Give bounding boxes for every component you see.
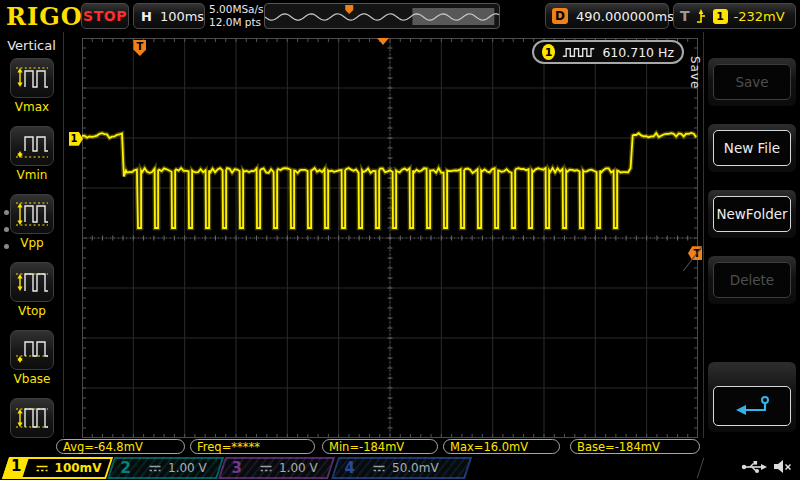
channel-bar-end-mark — [697, 458, 704, 478]
window-center-marker-icon — [377, 38, 389, 45]
menu-button-new-file[interactable]: New File — [708, 124, 796, 172]
graticule-and-waveform — [82, 38, 698, 438]
dc-coupling-icon — [373, 464, 386, 473]
vmax-waveform-icon — [14, 62, 50, 94]
menu-button-label: Save — [735, 74, 768, 90]
return-arrow-icon — [732, 394, 772, 418]
trigger-level-value: -232mV — [734, 9, 785, 24]
menu-button-newfolder[interactable]: NewFolder — [708, 190, 796, 238]
vtop-waveform-icon — [14, 266, 50, 298]
left-menu-title: Vertical — [0, 38, 63, 53]
left-menu-item-label: Vmin — [9, 168, 55, 182]
channel-scale: 1.00 V — [279, 461, 318, 475]
counter-channel-badge: 1 — [542, 44, 555, 60]
horizontal-label: H — [141, 9, 152, 24]
channel-number: 4 — [345, 459, 355, 477]
memory-waveform-preview[interactable] — [264, 3, 500, 29]
left-menu-item-label: Vtop — [9, 304, 55, 318]
trigger-source-badge: 1 — [713, 9, 728, 24]
horizontal-timebase-button[interactable]: H 100ms — [133, 3, 205, 29]
menu-button-label: Delete — [730, 272, 774, 288]
dc-coupling-icon — [36, 464, 49, 473]
menu-page-dot — [4, 210, 9, 215]
right-menu-panel: Save SaveNew FileNewFolderDelete — [704, 32, 800, 455]
waveform-display: T 1 T 1 610.710 Hz — [82, 38, 698, 438]
frequency-counter: 1 610.710 Hz — [532, 40, 684, 64]
acquisition-info: 5.00MSa/s 12.0M pts — [209, 3, 264, 29]
speaker-muted-icon — [773, 459, 792, 474]
channel-number: 3 — [232, 459, 242, 477]
timebase-value: 100ms — [160, 9, 204, 24]
dc-coupling-icon — [260, 464, 273, 473]
status-icons — [741, 459, 792, 474]
top-bar: RIGOL STOP H 100ms 5.00MSa/s 12.0M pts D… — [0, 0, 800, 32]
left-menu-item-label: Vmax — [9, 100, 55, 114]
menu-tab-label: Save — [688, 56, 702, 89]
channel-scale: 100mV — [55, 461, 102, 475]
oscilloscope-screen: RIGOL STOP H 100ms 5.00MSa/s 12.0M pts D… — [0, 0, 800, 480]
memory-depth: 12.0M pts — [209, 16, 264, 29]
counter-frequency-value: 610.710 Hz — [602, 45, 674, 60]
run-stop-button[interactable]: STOP — [81, 3, 129, 29]
trigger-label: T — [680, 8, 690, 24]
channel-status-bar: 1 100mV 2 1.00 V 3 — [0, 456, 800, 480]
menu-button-label: New File — [724, 140, 780, 156]
measurement-freq: Freq=***** — [190, 439, 315, 454]
dc-coupling-icon — [149, 464, 162, 473]
left-menu-item-vtop[interactable]: Vtop — [9, 262, 55, 318]
left-menu-item-vmax[interactable]: Vmax — [9, 58, 55, 114]
vamp-waveform-icon — [14, 402, 50, 434]
menu-page-dot — [4, 227, 9, 232]
channel1-offset-marker: 1 — [69, 132, 83, 146]
sample-rate: 5.00MSa/s — [209, 3, 264, 16]
left-menu-separator — [63, 32, 64, 455]
measurement-max: Max=16.0mV — [443, 439, 560, 454]
channel-4-status[interactable]: 4 50.0mV — [331, 457, 472, 479]
vmin-waveform-icon — [14, 130, 50, 162]
measurement-min: Min=-184mV — [322, 439, 438, 454]
channel-scale: 1.00 V — [168, 461, 207, 475]
preview-wave-icon — [265, 4, 499, 28]
channel-3-status[interactable]: 3 1.00 V — [218, 457, 335, 479]
left-menu-item-vbase[interactable]: Vbase — [9, 330, 55, 386]
measurement-bar: Avg=-64.8mVFreq=*****Min=-184mVMax=16.0m… — [0, 438, 800, 456]
delay-label: D — [552, 8, 568, 24]
square-wave-icon — [562, 46, 595, 59]
menu-button-label: NewFolder — [716, 206, 787, 222]
measurement-base: Base=-184mV — [570, 439, 700, 454]
menu-button-save[interactable]: Save — [708, 58, 796, 106]
usb-icon — [741, 459, 767, 474]
vbase-waveform-icon — [14, 334, 50, 366]
channel-2-status[interactable]: 2 1.00 V — [107, 457, 224, 479]
left-menu-panel: Vertical VmaxVminVppVtopVbaseVamp — [0, 32, 63, 455]
left-menu-item-vmin[interactable]: Vmin — [9, 126, 55, 182]
left-menu-item-label: Vpp — [9, 236, 55, 250]
menu-button-delete[interactable]: Delete — [708, 256, 796, 304]
left-menu-item-vpp[interactable]: Vpp — [9, 194, 55, 250]
menu-page-dot — [4, 244, 9, 249]
channel-number: 2 — [121, 459, 131, 477]
measurement-avg: Avg=-64.8mV — [56, 439, 185, 454]
channel-1-status[interactable]: 1 100mV — [2, 457, 113, 479]
delay-readout[interactable]: D 490.000000ms — [545, 3, 669, 29]
menu-back-button[interactable] — [708, 362, 796, 432]
rising-edge-icon — [696, 8, 707, 24]
channel-scale: 50.0mV — [392, 461, 439, 475]
vpp-waveform-icon — [14, 198, 50, 230]
delay-value: 490.000000ms — [576, 9, 674, 24]
left-menu-item-label: Vbase — [9, 372, 55, 386]
trigger-readout[interactable]: T 1 -232mV — [673, 3, 796, 29]
